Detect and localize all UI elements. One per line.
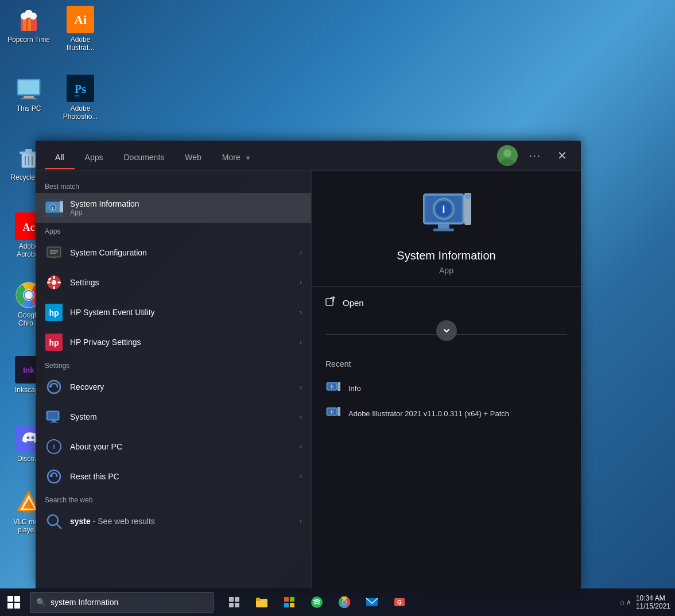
result-web-search[interactable]: syste - See web results › [36,506,311,536]
system-tray: ⌂ ∧ [620,598,631,606]
preview-panel: i System Information App [311,171,581,588]
svg-rect-58 [53,286,55,289]
ai-label: AdobeIllustrat... [67,36,95,52]
ps-label: AdobePhotosho... [63,104,98,121]
web-query-bold: syste [70,517,91,526]
apps-section-label: Apps [36,223,311,238]
open-action-icon [325,296,336,309]
desktop-icon-ps[interactable]: Ps AdobePhotosho... [57,75,103,121]
svg-text:i: i [53,442,55,451]
svg-point-101 [338,407,340,409]
system-arrow: › [300,413,302,421]
web-search-arrow: › [300,517,302,525]
file-explorer-button[interactable] [248,588,276,616]
taskbar-search-icon: 🔍 [36,598,46,607]
sys-config-title: System Configuration [70,248,300,257]
settings-title: Settings [70,278,300,287]
task-view-button[interactable] [220,588,248,616]
recent-section: Recent i Info [312,350,581,435]
search-tabs-bar: All Apps Documents Web More ▼ ··· ✕ [36,141,581,171]
taskbar-icons-group: G [220,588,413,616]
recent-info-text: Info [348,384,361,393]
svg-text:i: i [442,204,445,215]
tab-apps[interactable]: Apps [75,147,114,169]
taskbar-search-bar[interactable]: 🔍 [30,592,214,613]
windows-logo-icon [7,596,20,609]
start-button[interactable] [0,588,28,616]
desktop-icon-popcorn-time[interactable]: Popcorn Time [6,6,52,44]
svg-text:hp: hp [49,308,59,317]
svg-rect-84 [438,224,449,228]
result-system[interactable]: System › [36,402,311,432]
recent-info-icon: i [325,380,342,396]
spotify-button[interactable] [303,588,331,616]
hp-privacy-arrow: › [300,338,302,346]
svg-text:hp: hp [49,338,59,347]
popcorn-time-icon [15,6,42,33]
result-recovery[interactable]: Recovery › [36,372,311,402]
hp-event-text: HP System Event Utility [70,308,300,317]
svg-point-56 [51,280,57,285]
web-search-label: Search the web [36,491,311,506]
svg-rect-37 [23,511,34,513]
svg-rect-70 [48,412,58,419]
tab-close-button[interactable]: ✕ [553,146,572,165]
tab-more[interactable]: More ▼ [212,147,262,169]
chrome-taskbar-button[interactable] [331,588,358,616]
search-panel: All Apps Documents Web More ▼ ··· ✕ [36,141,581,588]
svg-rect-14 [21,98,37,99]
web-search-title: syste - See web results [70,517,300,526]
recent-item-info[interactable]: i Info [325,375,567,401]
thispc-label: This PC [17,104,41,113]
reset-pc-arrow: › [300,472,302,481]
this-pc-icon [15,75,42,102]
result-about-pc[interactable]: i About your PC › [36,432,311,462]
svg-point-87 [465,193,471,199]
result-hp-event[interactable]: hp HP System Event Utility › [36,297,311,327]
tab-documents[interactable]: Documents [113,147,174,169]
preview-open-button[interactable]: Open [312,287,581,318]
svg-rect-103 [235,597,239,602]
svg-rect-111 [290,597,294,602]
tab-all[interactable]: All [45,147,75,169]
web-search-icon [45,512,63,530]
svg-rect-54 [52,257,56,258]
result-hp-privacy[interactable]: hp HP Privacy Settings › [36,327,311,357]
svg-rect-71 [52,420,56,422]
reset-pc-text: Reset this PC [70,472,300,481]
svg-text:Ps: Ps [75,83,86,95]
svg-point-30 [25,291,33,299]
profile-avatar[interactable] [497,145,518,166]
more-tab-arrow: ▼ [245,154,251,161]
svg-text:Ac: Ac [23,222,35,233]
store-button[interactable] [276,588,303,616]
desktop-icon-thispc[interactable]: This PC [6,75,52,113]
more-tab-label: More [222,153,240,162]
result-reset-pc[interactable]: Reset this PC › [36,462,311,491]
result-settings[interactable]: Settings › [36,268,311,297]
result-sys-config[interactable]: System Configuration › [36,238,311,268]
gdrive-button[interactable]: G [386,588,413,616]
svg-rect-12 [18,80,39,94]
reset-pc-icon [45,467,63,486]
mail-button[interactable] [358,588,386,616]
svg-point-117 [343,600,347,605]
taskbar: 🔍 [0,588,675,616]
taskbar-search-input[interactable] [51,598,207,607]
expand-button[interactable] [436,320,457,341]
svg-rect-102 [229,597,234,602]
result-best-match[interactable]: i System Information App [36,193,311,223]
settings-arrow: › [300,278,302,286]
svg-rect-60 [57,282,61,284]
svg-rect-20 [25,149,32,152]
svg-point-39 [503,149,511,157]
recent-item-ai[interactable]: i Adobe Illustrator 2021 v11.0.0.311 (x6… [325,401,567,426]
desktop-icon-ai[interactable]: Ai AdobeIllustrat... [57,6,103,52]
svg-text:G: G [397,599,402,606]
hp-event-icon: hp [45,303,63,321]
tab-web[interactable]: Web [174,147,212,169]
tab-menu-button[interactable]: ··· [525,148,546,164]
desktop: Popcorn Time Ai AdobeIllustrat... This P… [0,0,675,616]
settings-section-label: Settings [36,357,311,372]
taskbar-right-area: ⌂ ∧ 10:34 AM11/15/2021 [620,594,675,610]
